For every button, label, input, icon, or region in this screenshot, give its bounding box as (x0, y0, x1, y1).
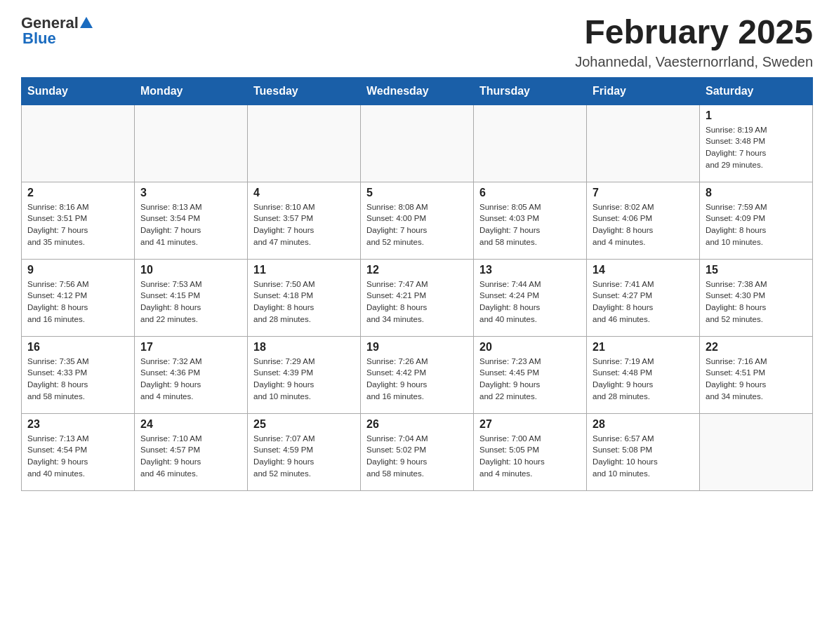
day-number: 24 (140, 418, 241, 431)
day-info: Sunrise: 7:29 AM Sunset: 4:39 PM Dayligh… (253, 356, 355, 403)
day-number: 8 (706, 187, 807, 199)
day-number: 14 (593, 264, 694, 276)
day-info: Sunrise: 8:02 AM Sunset: 4:06 PM Dayligh… (593, 201, 694, 248)
calendar-cell (474, 105, 587, 182)
calendar-cell: 24Sunrise: 7:10 AM Sunset: 4:57 PM Dayli… (135, 413, 248, 490)
day-info: Sunrise: 7:35 AM Sunset: 4:33 PM Dayligh… (27, 356, 128, 403)
day-info: Sunrise: 7:16 AM Sunset: 4:51 PM Dayligh… (706, 356, 807, 403)
calendar-cell: 28Sunrise: 6:57 AM Sunset: 5:08 PM Dayli… (587, 413, 700, 490)
calendar-cell (135, 105, 248, 182)
day-number: 21 (593, 341, 694, 354)
calendar-week-row: 1Sunrise: 8:19 AM Sunset: 3:48 PM Daylig… (22, 105, 813, 182)
calendar-cell (587, 105, 700, 182)
day-number: 23 (27, 418, 128, 431)
day-info: Sunrise: 8:10 AM Sunset: 3:57 PM Dayligh… (253, 201, 355, 248)
calendar-week-row: 16Sunrise: 7:35 AM Sunset: 4:33 PM Dayli… (22, 336, 813, 413)
calendar-cell (22, 105, 135, 182)
day-number: 18 (253, 341, 355, 354)
calendar-cell: 14Sunrise: 7:41 AM Sunset: 4:27 PM Dayli… (587, 259, 700, 336)
calendar-cell: 4Sunrise: 8:10 AM Sunset: 3:57 PM Daylig… (248, 182, 361, 259)
calendar-cell: 13Sunrise: 7:44 AM Sunset: 4:24 PM Dayli… (474, 259, 587, 336)
calendar-cell: 22Sunrise: 7:16 AM Sunset: 4:51 PM Dayli… (700, 336, 813, 413)
weekday-header-wednesday: Wednesday (361, 77, 474, 105)
calendar-cell: 20Sunrise: 7:23 AM Sunset: 4:45 PM Dayli… (474, 336, 587, 413)
day-number: 22 (706, 341, 807, 354)
day-number: 27 (479, 418, 581, 431)
calendar-cell: 3Sunrise: 8:13 AM Sunset: 3:54 PM Daylig… (135, 182, 248, 259)
day-info: Sunrise: 7:53 AM Sunset: 4:15 PM Dayligh… (140, 279, 241, 326)
calendar-table: SundayMondayTuesdayWednesdayThursdayFrid… (21, 77, 813, 491)
day-info: Sunrise: 8:19 AM Sunset: 3:48 PM Dayligh… (706, 124, 807, 171)
day-number: 5 (366, 187, 468, 199)
day-info: Sunrise: 8:16 AM Sunset: 3:51 PM Dayligh… (27, 201, 128, 248)
calendar-cell: 2Sunrise: 8:16 AM Sunset: 3:51 PM Daylig… (22, 182, 135, 259)
day-number: 28 (593, 418, 694, 431)
calendar-cell: 17Sunrise: 7:32 AM Sunset: 4:36 PM Dayli… (135, 336, 248, 413)
day-info: Sunrise: 7:00 AM Sunset: 5:05 PM Dayligh… (479, 433, 581, 480)
day-info: Sunrise: 7:32 AM Sunset: 4:36 PM Dayligh… (140, 356, 241, 403)
weekday-header-sunday: Sunday (22, 77, 135, 105)
day-info: Sunrise: 7:56 AM Sunset: 4:12 PM Dayligh… (27, 279, 128, 326)
day-info: Sunrise: 7:13 AM Sunset: 4:54 PM Dayligh… (27, 433, 128, 480)
day-number: 26 (366, 418, 468, 431)
calendar-subtitle: Johannedal, Vaesternorrland, Sweden (575, 54, 813, 70)
day-info: Sunrise: 7:04 AM Sunset: 5:02 PM Dayligh… (366, 433, 468, 480)
calendar-cell: 1Sunrise: 8:19 AM Sunset: 3:48 PM Daylig… (700, 105, 813, 182)
day-number: 6 (479, 187, 581, 199)
logo-icon (79, 15, 94, 31)
day-number: 1 (706, 109, 807, 122)
calendar-cell: 27Sunrise: 7:00 AM Sunset: 5:05 PM Dayli… (474, 413, 587, 490)
title-block: February 2025 Johannedal, Vaesternorrlan… (575, 14, 813, 70)
day-info: Sunrise: 7:47 AM Sunset: 4:21 PM Dayligh… (366, 279, 468, 326)
day-number: 16 (27, 341, 128, 354)
day-info: Sunrise: 7:38 AM Sunset: 4:30 PM Dayligh… (706, 279, 807, 326)
day-info: Sunrise: 7:50 AM Sunset: 4:18 PM Dayligh… (253, 279, 355, 326)
day-number: 7 (593, 187, 694, 199)
day-number: 17 (140, 341, 241, 354)
weekday-header-monday: Monday (135, 77, 248, 105)
day-number: 9 (27, 264, 128, 276)
weekday-header-friday: Friday (587, 77, 700, 105)
calendar-cell: 10Sunrise: 7:53 AM Sunset: 4:15 PM Dayli… (135, 259, 248, 336)
day-number: 25 (253, 418, 355, 431)
page-header: General Blue February 2025 Johannedal, V… (21, 14, 813, 70)
day-number: 13 (479, 264, 581, 276)
logo: General Blue (21, 14, 94, 48)
calendar-cell: 23Sunrise: 7:13 AM Sunset: 4:54 PM Dayli… (22, 413, 135, 490)
calendar-cell: 6Sunrise: 8:05 AM Sunset: 4:03 PM Daylig… (474, 182, 587, 259)
calendar-cell: 15Sunrise: 7:38 AM Sunset: 4:30 PM Dayli… (700, 259, 813, 336)
day-info: Sunrise: 7:07 AM Sunset: 4:59 PM Dayligh… (253, 433, 355, 480)
day-number: 20 (479, 341, 581, 354)
day-number: 12 (366, 264, 468, 276)
calendar-cell: 21Sunrise: 7:19 AM Sunset: 4:48 PM Dayli… (587, 336, 700, 413)
day-number: 10 (140, 264, 241, 276)
calendar-title: February 2025 (575, 14, 813, 51)
weekday-header-row: SundayMondayTuesdayWednesdayThursdayFrid… (22, 77, 813, 105)
day-info: Sunrise: 8:13 AM Sunset: 3:54 PM Dayligh… (140, 201, 241, 248)
day-info: Sunrise: 6:57 AM Sunset: 5:08 PM Dayligh… (593, 433, 694, 480)
calendar-cell: 9Sunrise: 7:56 AM Sunset: 4:12 PM Daylig… (22, 259, 135, 336)
calendar-cell (361, 105, 474, 182)
day-info: Sunrise: 8:08 AM Sunset: 4:00 PM Dayligh… (366, 201, 468, 248)
weekday-header-tuesday: Tuesday (248, 77, 361, 105)
calendar-week-row: 2Sunrise: 8:16 AM Sunset: 3:51 PM Daylig… (22, 182, 813, 259)
weekday-header-thursday: Thursday (474, 77, 587, 105)
calendar-cell: 11Sunrise: 7:50 AM Sunset: 4:18 PM Dayli… (248, 259, 361, 336)
day-info: Sunrise: 7:10 AM Sunset: 4:57 PM Dayligh… (140, 433, 241, 480)
calendar-cell: 16Sunrise: 7:35 AM Sunset: 4:33 PM Dayli… (22, 336, 135, 413)
day-info: Sunrise: 7:19 AM Sunset: 4:48 PM Dayligh… (593, 356, 694, 403)
day-number: 3 (140, 187, 241, 199)
day-info: Sunrise: 7:59 AM Sunset: 4:09 PM Dayligh… (706, 201, 807, 248)
svg-marker-0 (80, 17, 93, 28)
day-number: 15 (706, 264, 807, 276)
calendar-cell: 18Sunrise: 7:29 AM Sunset: 4:39 PM Dayli… (248, 336, 361, 413)
calendar-cell: 8Sunrise: 7:59 AM Sunset: 4:09 PM Daylig… (700, 182, 813, 259)
weekday-header-saturday: Saturday (700, 77, 813, 105)
calendar-week-row: 23Sunrise: 7:13 AM Sunset: 4:54 PM Dayli… (22, 413, 813, 490)
calendar-cell: 7Sunrise: 8:02 AM Sunset: 4:06 PM Daylig… (587, 182, 700, 259)
day-number: 4 (253, 187, 355, 199)
calendar-cell: 25Sunrise: 7:07 AM Sunset: 4:59 PM Dayli… (248, 413, 361, 490)
calendar-cell (700, 413, 813, 490)
calendar-cell: 26Sunrise: 7:04 AM Sunset: 5:02 PM Dayli… (361, 413, 474, 490)
calendar-cell: 5Sunrise: 8:08 AM Sunset: 4:00 PM Daylig… (361, 182, 474, 259)
